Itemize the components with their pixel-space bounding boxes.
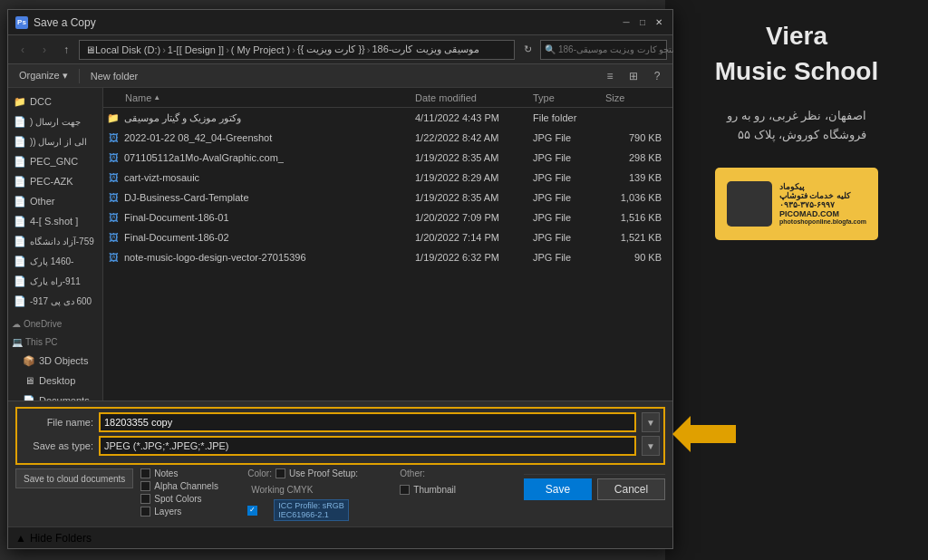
help-button[interactable]: ? <box>647 67 667 85</box>
spot-checkbox[interactable] <box>140 494 150 504</box>
thumbnail-checkbox[interactable] <box>400 485 410 495</box>
savetype-row: Save as type: ▼ <box>21 436 660 456</box>
sidebar-item-park[interactable]: 📄 -1460 پارک <box>8 251 102 271</box>
thumbnail-label: Thumbnail <box>413 485 456 495</box>
icc-checkbox[interactable] <box>247 506 257 516</box>
notes-row: Notes <box>140 468 240 478</box>
search-box[interactable]: 🔍 <box>540 40 667 60</box>
path-sep-2: › <box>226 44 229 55</box>
toolbar-separator <box>79 69 80 83</box>
back-button[interactable]: ‹ <box>14 41 32 59</box>
logo-url2: photoshoponline.blogfa.com <box>779 218 866 225</box>
file-row-2[interactable]: 🖼 071105112a1Mo-AvalGraphic.com_ 1/19/20… <box>103 148 672 168</box>
sidebar-item-759[interactable]: 📄 759-آزاد دانشگاه <box>8 231 102 251</box>
search-input[interactable] <box>558 44 673 54</box>
forward-button[interactable]: › <box>35 41 53 59</box>
sidebar-item-jhat[interactable]: 📄 جهت ارسال ( <box>8 111 102 131</box>
this-pc-header[interactable]: 💻 This PC <box>8 333 102 351</box>
organize-button[interactable]: Organize ▾ <box>14 67 73 85</box>
folder-icon: 📁 <box>14 95 26 108</box>
filename-dropdown[interactable]: ▼ <box>642 412 660 432</box>
cancel-button[interactable]: Cancel <box>597 478 665 500</box>
sidebar-item-documents[interactable]: 📄 Documents <box>8 391 102 401</box>
sidebar-item-dcc[interactable]: 📁 DCC <box>8 92 102 111</box>
use-proof-checkbox[interactable] <box>276 468 285 478</box>
file-row-6[interactable]: 🖼 Final-Document-186-02 1/20/2022 7:14 P… <box>103 227 672 247</box>
sidebar-item-sshot[interactable]: 📄 4-[ S.shot ] <box>8 211 102 231</box>
file-date-6: 1/20/2022 7:14 PM <box>415 232 533 243</box>
up-button[interactable]: ↑ <box>57 41 75 59</box>
sidebar-label-gnc: PEC_GNC <box>30 156 78 167</box>
close-button[interactable]: ✕ <box>652 16 665 29</box>
color-options: Color: Use Proof Setup: Working CMYK ICC… <box>247 468 392 521</box>
hide-folders-row[interactable]: ▲ Hide Folders <box>8 526 672 548</box>
sidebar-item-other[interactable]: 📄 Other <box>8 191 102 211</box>
file-name-text-3: cart-vizt-mosauic <box>124 172 199 183</box>
alpha-checkbox[interactable] <box>140 481 150 491</box>
save-button[interactable]: Save <box>524 478 592 500</box>
view-button-1[interactable]: ≡ <box>600 67 620 85</box>
icc-profile-badge[interactable]: ICC Profile: sRGBIEC61966-2.1 <box>274 499 349 521</box>
file-row-3[interactable]: 🖼 cart-vizt-mosauic 1/19/2022 8:29 AM JP… <box>103 168 672 188</box>
sidebar-item-911[interactable]: 📄 911-راه یارک <box>8 271 102 291</box>
notes-checkbox[interactable] <box>140 468 150 478</box>
toolbar: Organize ▾ New folder ≡ ⊞ ? <box>8 64 672 88</box>
file-name-text-0: وکتور موزیک و گیتار موسیقی <box>124 112 241 124</box>
col-type-label: Type <box>533 92 555 103</box>
3d-icon: 📦 <box>23 354 35 367</box>
new-folder-button[interactable]: New folder <box>85 67 144 85</box>
sidebar-item-pec-azk[interactable]: 📄 PEC-AZK <box>8 171 102 191</box>
jpg-icon-5: 🖼 <box>107 211 120 224</box>
file-icon-gnc: 📄 <box>14 155 26 168</box>
file-name-text-6: Final-Document-186-02 <box>124 232 229 243</box>
logo-url: PICOMAD.COM <box>779 209 866 218</box>
path-sep-1: › <box>162 44 166 55</box>
logo-service: کلیه خدمات فتوشاپ <box>779 191 866 200</box>
file-name-4: 🖼 DJ-Business-Card-Template <box>107 191 415 204</box>
file-icon-park: 📄 <box>14 255 26 267</box>
file-icon-other: 📄 <box>14 195 26 208</box>
layers-checkbox[interactable] <box>140 507 150 517</box>
file-row-5[interactable]: 🖼 Final-Document-186-01 1/20/2022 7:09 P… <box>103 208 672 227</box>
filename-input[interactable] <box>99 412 636 432</box>
file-type-4: JPG File <box>533 192 605 203</box>
file-row-0[interactable]: 📁 وکتور موزیک و گیتار موسیقی 4/11/2022 4… <box>103 108 672 128</box>
sidebar-item-desktop[interactable]: 🖥 Desktop <box>8 371 102 391</box>
path-sep-3: › <box>292 44 295 55</box>
jpg-icon-7: 🖼 <box>107 251 120 264</box>
col-header-name[interactable]: Name ▲ <box>107 92 415 103</box>
sidebar-label-911: 911-راه یارک <box>30 276 81 286</box>
onedrive-header[interactable]: ☁ OneDrive <box>8 314 102 333</box>
sidebar-item-3d[interactable]: 📦 3D Objects <box>8 351 102 371</box>
address-path[interactable]: 🖥 Local Disk (D:) › 1-[[ Design ]] › ( M… <box>79 40 515 60</box>
column-headers: Name ▲ Date modified Type Size <box>103 88 672 108</box>
layers-row: Layers <box>140 507 240 517</box>
title-bar: Ps Save a Copy ─ □ ✕ <box>8 10 672 35</box>
minimize-button[interactable]: ─ <box>620 16 633 29</box>
pc-icon: 💻 <box>12 337 23 347</box>
documents-icon: 📄 <box>23 394 35 401</box>
path-card: {{ کارت ویزیت }} <box>297 43 365 55</box>
maximize-button[interactable]: □ <box>636 16 649 29</box>
col-header-type[interactable]: Type <box>533 92 605 103</box>
path-design: 1-[[ Design ]] <box>168 44 224 55</box>
refresh-button[interactable]: ↻ <box>518 41 536 59</box>
file-row-1[interactable]: 🖼 2022-01-22 08_42_04-Greenshot 1/22/202… <box>103 128 672 148</box>
save-cloud-button[interactable]: Save to cloud documents <box>15 468 133 488</box>
file-size-4: 1,036 KB <box>605 192 669 203</box>
file-row-4[interactable]: 🖼 DJ-Business-Card-Template 1/19/2022 8:… <box>103 188 672 208</box>
view-button-2[interactable]: ⊞ <box>624 67 643 85</box>
col-header-date[interactable]: Date modified <box>415 92 533 103</box>
file-name-3: 🖼 cart-vizt-mosauic <box>107 171 415 184</box>
file-date-2: 1/19/2022 8:35 AM <box>415 152 533 163</box>
savetype-label: Save as type: <box>21 440 93 451</box>
sidebar-item-pec-gnc[interactable]: 📄 PEC_GNC <box>8 151 102 171</box>
col-header-size[interactable]: Size <box>605 92 669 103</box>
file-row-7[interactable]: 🖼 note-music-logo-design-vector-27015396… <box>103 247 672 267</box>
sidebar-item-ali[interactable]: 📄 الی از ارسال (( <box>8 131 102 151</box>
savetype-dropdown[interactable]: ▼ <box>642 436 660 456</box>
sidebar-item-917[interactable]: 📄 600 دی پی 917- <box>8 291 102 311</box>
spot-label: Spot Colors <box>154 494 201 504</box>
savetype-input[interactable] <box>99 436 636 456</box>
path-local-disk: Local Disk (D:) <box>95 44 160 55</box>
